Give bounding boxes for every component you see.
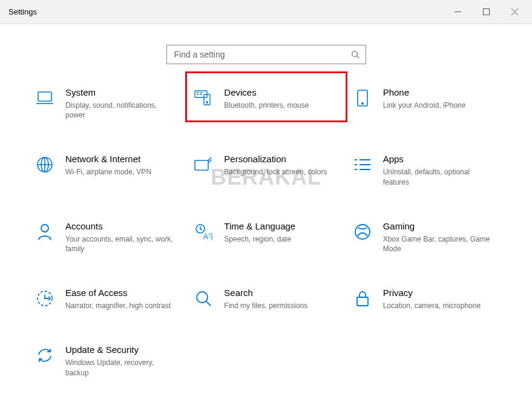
search-input[interactable] <box>173 49 351 60</box>
phone-icon <box>353 88 372 108</box>
tile-ease-of-access[interactable]: Ease of Access Narrator, magnifier, high… <box>34 285 180 313</box>
minimize-icon <box>455 8 461 15</box>
tile-system[interactable]: System Display, sound, notifications, po… <box>34 85 180 122</box>
tile-desc: Link your Android, iPhone <box>383 100 466 110</box>
tile-desc: Find my files, permissions <box>224 301 307 311</box>
tile-desc: Narrator, magnifier, high contrast <box>65 301 171 311</box>
tile-desc: Bluetooth, printers, mouse <box>224 100 309 110</box>
tile-devices[interactable]: Devices Bluetooth, printers, mouse <box>192 85 339 122</box>
window-title: Settings <box>8 7 37 16</box>
tile-update-security[interactable]: Update & Security Windows Update, recove… <box>34 342 180 380</box>
tile-title: Network & Internet <box>65 154 151 165</box>
tile-desc: Wi-Fi, airplane mode, VPN <box>65 167 151 177</box>
svg-point-14 <box>355 225 370 239</box>
tile-title: Ease of Access <box>65 288 171 298</box>
search-container <box>0 24 532 85</box>
tile-personalization[interactable]: Personalization Background, lock screen,… <box>192 151 339 189</box>
svg-point-5 <box>206 102 208 104</box>
tile-time-language[interactable]: A字 Time & Language Speech, region, date <box>192 219 339 256</box>
tile-search[interactable]: Search Find my files, permissions <box>192 285 339 313</box>
tile-accounts[interactable]: Accounts Your accounts, email, sync, wor… <box>34 219 180 256</box>
paintbrush-icon <box>194 155 213 174</box>
devices-icon <box>194 88 213 108</box>
tile-title: Accounts <box>65 221 174 232</box>
xbox-icon <box>353 222 372 242</box>
person-icon <box>35 222 54 242</box>
svg-rect-0 <box>484 9 490 15</box>
search-box[interactable] <box>166 45 366 64</box>
tile-title: System <box>65 87 174 98</box>
svg-text:A字: A字 <box>203 232 212 240</box>
sync-icon <box>35 346 54 365</box>
svg-rect-10 <box>195 160 208 170</box>
svg-rect-2 <box>38 92 51 101</box>
tile-title: Phone <box>383 87 466 98</box>
tile-title: Update & Security <box>65 344 174 355</box>
titlebar: Settings <box>0 0 532 24</box>
tile-title: Gaming <box>383 221 492 232</box>
tile-phone[interactable]: Phone Link your Android, iPhone <box>352 85 498 122</box>
globe-icon <box>35 155 54 174</box>
tile-title: Personalization <box>224 154 327 165</box>
tile-desc: Location, camera, microphone <box>383 301 481 311</box>
svg-point-11 <box>41 225 48 232</box>
svg-rect-17 <box>357 297 368 306</box>
tile-desc: Your accounts, email, sync, work, family <box>65 234 174 254</box>
tile-desc: Background, lock screen, colors <box>224 167 327 177</box>
close-icon <box>511 8 518 15</box>
magnifier-icon <box>194 289 213 308</box>
settings-grid: System Display, sound, notifications, po… <box>0 85 532 380</box>
tile-title: Privacy <box>383 288 481 298</box>
svg-point-7 <box>361 103 363 104</box>
tile-desc: Uninstall, defaults, optional features <box>383 167 492 186</box>
close-button[interactable] <box>501 3 528 21</box>
lock-icon <box>353 289 372 308</box>
ease-of-access-icon <box>35 289 54 308</box>
search-icon <box>351 50 360 59</box>
tile-network[interactable]: Network & Internet Wi-Fi, airplane mode,… <box>34 151 180 189</box>
tile-title: Apps <box>383 154 492 165</box>
tile-privacy[interactable]: Privacy Location, camera, microphone <box>352 285 498 313</box>
maximize-icon <box>483 8 490 15</box>
time-language-icon: A字 <box>194 222 213 242</box>
svg-point-16 <box>197 292 208 303</box>
tile-desc: Windows Update, recovery, backup <box>65 358 174 377</box>
tile-gaming[interactable]: Gaming Xbox Game Bar, captures, Game Mod… <box>352 219 498 256</box>
tile-title: Devices <box>224 87 309 98</box>
tile-title: Time & Language <box>224 221 295 232</box>
maximize-button[interactable] <box>473 3 500 21</box>
apps-list-icon <box>353 155 372 174</box>
svg-point-1 <box>352 51 357 57</box>
tile-title: Search <box>224 288 307 298</box>
tile-desc: Xbox Game Bar, captures, Game Mode <box>383 234 492 254</box>
tile-desc: Speech, region, date <box>224 234 295 244</box>
laptop-icon <box>35 88 54 108</box>
tile-desc: Display, sound, notifications, power <box>65 100 174 120</box>
minimize-button[interactable] <box>444 3 471 21</box>
tile-apps[interactable]: Apps Uninstall, defaults, optional featu… <box>352 151 498 189</box>
window-controls <box>444 3 528 21</box>
